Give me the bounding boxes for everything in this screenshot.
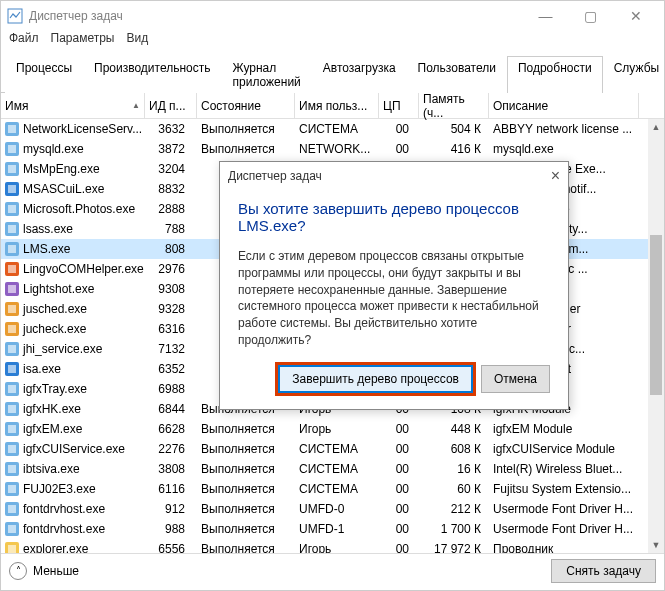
process-icon <box>5 422 19 436</box>
scroll-down-icon[interactable]: ▼ <box>648 537 664 553</box>
svg-rect-26 <box>8 365 16 373</box>
table-row[interactable]: igfxCUIService.exe2276ВыполняетсяСИСТЕМА… <box>1 439 664 459</box>
process-icon <box>5 182 19 196</box>
sort-icon: ▲ <box>132 101 140 110</box>
table-row[interactable]: igfxEM.exe6628ВыполняетсяИгорь00448 Кigf… <box>1 419 664 439</box>
svg-rect-16 <box>8 265 16 273</box>
table-row[interactable]: NetworkLicenseServ...3632ВыполняетсяСИСТ… <box>1 119 664 139</box>
column-header[interactable]: Описание <box>489 93 639 118</box>
close-button[interactable]: ✕ <box>613 2 658 30</box>
dialog-heading: Вы хотите завершить дерево процессов LMS… <box>238 200 550 234</box>
process-icon <box>5 302 19 316</box>
svg-rect-44 <box>8 545 16 553</box>
process-name: LMS.exe <box>23 242 70 256</box>
svg-rect-32 <box>8 425 16 433</box>
process-name: lsass.exe <box>23 222 73 236</box>
svg-rect-38 <box>8 485 16 493</box>
column-header[interactable]: Память (ч... <box>419 93 489 118</box>
process-name: jhi_service.exe <box>23 342 102 356</box>
menu-item[interactable]: Файл <box>9 31 39 51</box>
tab[interactable]: Службы <box>603 56 665 93</box>
process-icon <box>5 362 19 376</box>
column-header[interactable]: ЦП <box>379 93 419 118</box>
end-tree-button[interactable]: Завершить дерево процессов <box>278 365 473 393</box>
process-name: jucheck.exe <box>23 322 86 336</box>
svg-rect-24 <box>8 345 16 353</box>
maximize-button[interactable]: ▢ <box>568 2 613 30</box>
tab[interactable]: Пользователи <box>407 56 507 93</box>
svg-rect-30 <box>8 405 16 413</box>
process-name: igfxHK.exe <box>23 402 81 416</box>
process-icon <box>5 342 19 356</box>
process-name: ibtsiva.exe <box>23 462 80 476</box>
process-name: isa.exe <box>23 362 61 376</box>
footer: ˄ Меньше Снять задачу <box>1 553 664 587</box>
process-name: igfxEM.exe <box>23 422 82 436</box>
process-name: jusched.exe <box>23 302 87 316</box>
process-icon <box>5 502 19 516</box>
process-name: FUJ02E3.exe <box>23 482 96 496</box>
process-icon <box>5 242 19 256</box>
process-name: igfxCUIService.exe <box>23 442 125 456</box>
minimize-button[interactable]: — <box>523 2 568 30</box>
process-icon <box>5 122 19 136</box>
process-icon <box>5 202 19 216</box>
cancel-button[interactable]: Отмена <box>481 365 550 393</box>
process-name: NetworkLicenseServ... <box>23 122 142 136</box>
table-row[interactable]: fontdrvhost.exe988ВыполняетсяUMFD-1001 7… <box>1 519 664 539</box>
svg-rect-8 <box>8 185 16 193</box>
dialog-title: Диспетчер задач <box>228 169 322 183</box>
table-row[interactable]: ibtsiva.exe3808ВыполняетсяСИСТЕМА0016 КI… <box>1 459 664 479</box>
svg-rect-42 <box>8 525 16 533</box>
process-icon <box>5 162 19 176</box>
process-name: MSASCuiL.exe <box>23 182 104 196</box>
column-header[interactable]: Имя польз... <box>295 93 379 118</box>
column-header[interactable]: ИД п... <box>145 93 197 118</box>
table-row[interactable]: explorer.exe6556ВыполняетсяИгорь0017 972… <box>1 539 664 553</box>
svg-rect-18 <box>8 285 16 293</box>
svg-rect-6 <box>8 165 16 173</box>
dialog-close-button[interactable]: × <box>551 167 560 185</box>
tab[interactable]: Автозагрузка <box>312 56 407 93</box>
process-icon <box>5 142 19 156</box>
process-icon <box>5 442 19 456</box>
process-name: igfxTray.exe <box>23 382 87 396</box>
process-icon <box>5 322 19 336</box>
table-row[interactable]: fontdrvhost.exe912ВыполняетсяUMFD-000212… <box>1 499 664 519</box>
svg-rect-12 <box>8 225 16 233</box>
end-task-button[interactable]: Снять задачу <box>551 559 656 583</box>
process-icon <box>5 262 19 276</box>
process-name: MsMpEng.exe <box>23 162 100 176</box>
process-icon <box>5 462 19 476</box>
column-header[interactable]: Имя▲ <box>1 93 145 118</box>
scroll-up-icon[interactable]: ▲ <box>648 119 664 135</box>
fewer-details[interactable]: ˄ Меньше <box>9 562 79 580</box>
tab[interactable]: Процессы <box>5 56 83 93</box>
svg-rect-4 <box>8 145 16 153</box>
scrollbar[interactable]: ▲ ▼ <box>648 119 664 553</box>
table-row[interactable]: FUJ02E3.exe6116ВыполняетсяСИСТЕМА0060 КF… <box>1 479 664 499</box>
process-icon <box>5 282 19 296</box>
svg-rect-2 <box>8 125 16 133</box>
menu-item[interactable]: Параметры <box>51 31 115 51</box>
tab[interactable]: Производительность <box>83 56 221 93</box>
chevron-up-icon: ˄ <box>9 562 27 580</box>
titlebar: Диспетчер задач — ▢ ✕ <box>1 1 664 31</box>
dialog-body-text: Если с этим деревом процессов связаны от… <box>238 248 550 349</box>
menubar: ФайлПараметрыВид <box>1 31 664 51</box>
menu-item[interactable]: Вид <box>126 31 148 51</box>
column-header[interactable]: Состояние <box>197 93 295 118</box>
process-name: explorer.exe <box>23 542 88 553</box>
tab[interactable]: Журнал приложений <box>222 56 312 93</box>
process-icon <box>5 382 19 396</box>
svg-rect-28 <box>8 385 16 393</box>
tabs: ПроцессыПроизводительностьЖурнал приложе… <box>1 55 664 93</box>
process-name: mysqld.exe <box>23 142 84 156</box>
scroll-thumb[interactable] <box>650 235 662 395</box>
process-name: fontdrvhost.exe <box>23 502 105 516</box>
process-icon <box>5 222 19 236</box>
svg-rect-22 <box>8 325 16 333</box>
svg-rect-10 <box>8 205 16 213</box>
tab[interactable]: Подробности <box>507 56 603 93</box>
table-row[interactable]: mysqld.exe3872ВыполняетсяNETWORK...00416… <box>1 139 664 159</box>
